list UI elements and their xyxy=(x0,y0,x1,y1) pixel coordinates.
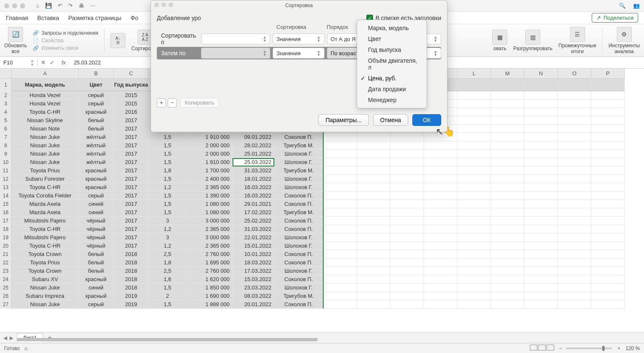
cell[interactable] xyxy=(591,208,625,217)
horizontal-scrollbar[interactable] xyxy=(8,338,636,342)
cell[interactable] xyxy=(558,242,591,250)
view-mode-buttons[interactable] xyxy=(530,345,555,352)
cell[interactable] xyxy=(558,166,591,175)
cell[interactable]: Соколов П. xyxy=(274,250,324,258)
cell[interactable]: Nissan Skyline xyxy=(12,116,79,125)
cell[interactable]: 1,5 xyxy=(149,284,187,292)
dropdown-opt-manager[interactable]: Менеджер xyxy=(357,95,427,105)
row-header-10[interactable]: 10 xyxy=(0,158,12,166)
cell[interactable]: 25.02.2022 xyxy=(233,217,274,225)
cell[interactable] xyxy=(524,292,558,300)
cell[interactable]: 1,2 xyxy=(149,242,187,250)
cell[interactable] xyxy=(558,133,591,141)
cell[interactable] xyxy=(391,200,424,208)
cell[interactable]: Тригубов М. xyxy=(274,141,324,150)
cell[interactable]: чёрный xyxy=(79,225,114,233)
cell[interactable] xyxy=(591,200,625,208)
cell[interactable] xyxy=(357,225,391,233)
cell[interactable] xyxy=(424,200,457,208)
cell[interactable]: серый xyxy=(79,100,114,108)
cell[interactable] xyxy=(424,217,457,225)
cell[interactable]: серый xyxy=(79,300,114,309)
cell[interactable]: Toyota Prius xyxy=(12,258,79,267)
cell[interactable] xyxy=(524,300,558,309)
cell[interactable]: 1,5 xyxy=(149,300,187,309)
cell[interactable] xyxy=(357,250,391,258)
cell[interactable] xyxy=(524,141,558,150)
accessibility-icon[interactable]: ⎌ xyxy=(25,345,28,351)
cell[interactable]: 1 690 000 xyxy=(187,292,233,300)
cell[interactable] xyxy=(491,242,524,250)
sort-on-combo-2[interactable]: Значения▲▼ xyxy=(273,48,324,59)
cell[interactable]: Nissan Juke xyxy=(12,300,79,309)
ungroup-button[interactable]: ▥ Разгруппировать xyxy=(513,30,552,51)
dropdown-opt-engine[interactable]: Объём двигателя, л xyxy=(357,55,427,73)
cell[interactable] xyxy=(558,192,591,200)
edit-links-button[interactable]: 🔗Изменить связи xyxy=(33,45,98,51)
cell[interactable]: 15.01.2022 xyxy=(233,242,274,250)
name-box[interactable]: F10 ▲▼ xyxy=(0,59,38,67)
cell[interactable]: жёлтый xyxy=(79,141,114,150)
cell[interactable] xyxy=(591,116,625,125)
cell[interactable] xyxy=(391,275,424,284)
header-cell[interactable]: Цвет xyxy=(79,79,114,91)
cell[interactable] xyxy=(457,158,491,166)
cell[interactable] xyxy=(591,300,625,309)
cell[interactable]: 1,5 xyxy=(149,192,187,200)
cell[interactable]: Тригубов М. xyxy=(274,166,324,175)
cell[interactable]: 3 000 000 xyxy=(187,217,233,225)
cell[interactable] xyxy=(558,208,591,217)
row-header-2[interactable]: 2 xyxy=(0,91,12,100)
cell[interactable]: жёлтый xyxy=(79,158,114,166)
row-header-27[interactable]: 27 xyxy=(0,300,12,309)
cell[interactable] xyxy=(457,242,491,250)
cell[interactable]: 1,8 xyxy=(149,166,187,175)
cell[interactable] xyxy=(491,175,524,183)
row-header-4[interactable]: 4 xyxy=(0,108,12,116)
cell[interactable] xyxy=(324,225,357,233)
cell[interactable]: 1,6 xyxy=(149,275,187,284)
cell[interactable] xyxy=(491,200,524,208)
cell[interactable]: 2017 xyxy=(114,116,149,125)
redo-icon[interactable]: ↷ xyxy=(68,3,73,9)
save-icon[interactable]: 💾 xyxy=(45,3,52,9)
cell[interactable]: 25.01.2022 xyxy=(233,150,274,158)
cell[interactable]: 1 910 000 xyxy=(187,133,233,141)
col-header-P[interactable]: P xyxy=(591,69,625,79)
cell[interactable]: 1,5 xyxy=(149,200,187,208)
cell[interactable]: 2 760 000 xyxy=(187,250,233,258)
cell[interactable] xyxy=(357,141,391,150)
cell[interactable] xyxy=(324,233,357,242)
zoom-out-button[interactable]: − xyxy=(559,345,562,351)
more-icon[interactable]: ⋯ xyxy=(90,3,95,9)
cell[interactable] xyxy=(491,141,524,150)
cell[interactable] xyxy=(391,292,424,300)
row-header-11[interactable]: 11 xyxy=(0,166,12,175)
row-header-23[interactable]: 23 xyxy=(0,267,12,275)
cell[interactable]: Соколов П. xyxy=(274,300,324,309)
cell[interactable]: серый xyxy=(79,192,114,200)
cell[interactable]: 2017 xyxy=(114,225,149,233)
cell[interactable]: Соколов П. xyxy=(274,225,324,233)
traffic-lights[interactable] xyxy=(4,3,25,8)
cell[interactable] xyxy=(324,141,357,150)
cell[interactable] xyxy=(357,258,391,267)
cell[interactable]: 2 365 000 xyxy=(187,225,233,233)
analysis-tools-button[interactable]: ⚙ Инструментыанализа xyxy=(608,27,640,54)
cell[interactable]: 1,5 xyxy=(149,175,187,183)
cell[interactable] xyxy=(457,175,491,183)
cell[interactable]: 23.03.2022 xyxy=(233,284,274,292)
cell[interactable] xyxy=(524,125,558,133)
cell[interactable]: белый xyxy=(79,125,114,133)
cell[interactable] xyxy=(357,284,391,292)
cell[interactable]: 3 xyxy=(149,233,187,242)
cell[interactable] xyxy=(391,300,424,309)
cell[interactable] xyxy=(524,233,558,242)
cell[interactable] xyxy=(457,192,491,200)
cell[interactable]: 2015 xyxy=(114,100,149,108)
cell[interactable]: 10.01.2022 xyxy=(233,250,274,258)
cell[interactable] xyxy=(457,116,491,125)
row-header-9[interactable]: 9 xyxy=(0,150,12,158)
cell[interactable] xyxy=(391,267,424,275)
cell[interactable] xyxy=(324,284,357,292)
